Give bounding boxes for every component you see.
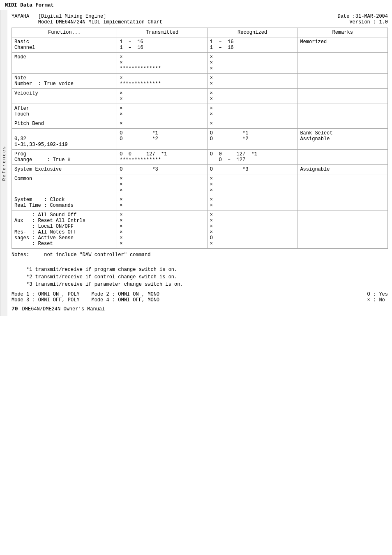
table-row: Basic Channel1 – 16 1 – 161 – 16 1 – 16M…: [12, 37, 388, 53]
cell-recognized: O *1 O *2: [207, 129, 297, 150]
table-row: Prog Change : True #O 0 – 127 *1 *******…: [12, 150, 388, 165]
side-references-label: References: [0, 10, 7, 316]
cell-function: System : Clock Real Time : Commands: [12, 195, 117, 210]
table-row: After Touch× ×× ×: [12, 104, 388, 119]
cell-function: Pitch Bend: [12, 119, 117, 129]
page-header: MIDI Data Format: [0, 0, 392, 10]
cell-transmitted: × × **************: [117, 53, 208, 74]
cell-transmitted: × ×: [117, 104, 208, 119]
cell-transmitted: × × ×: [117, 174, 208, 195]
cell-remarks: [297, 119, 388, 129]
cell-transmitted: 1 – 16 1 – 16: [117, 37, 208, 53]
cell-remarks: [297, 195, 388, 210]
cell-remarks: [297, 74, 388, 89]
cell-recognized: ×: [207, 119, 297, 129]
page-bottom: 70 DME64N/DME24N Owner's Manual: [12, 304, 388, 313]
notes-section: Notes: not include "DAW controller" comm…: [12, 249, 388, 290]
cell-function: Prog Change : True #: [12, 150, 117, 165]
cell-transmitted: × **************: [117, 74, 208, 89]
cell-function: Common: [12, 174, 117, 195]
cell-recognized: × ×: [207, 74, 297, 89]
cell-remarks: Bank Select Assignable: [297, 129, 388, 150]
cell-transmitted: × ×: [117, 195, 208, 210]
cell-recognized: O *3: [207, 165, 297, 174]
table-row: Mode× × **************× × ×: [12, 53, 388, 74]
cell-transmitted: × × × × × ×: [117, 210, 208, 249]
cell-function: Note Number : True voice: [12, 74, 117, 89]
cell-transmitted: × ×: [117, 89, 208, 104]
midi-table: Function... Transmitted Recognized Remar…: [12, 28, 388, 249]
col-header-recognized: Recognized: [207, 28, 297, 37]
doc-title-right: Date :31-MAR-2004 Version : 1.0: [338, 14, 388, 25]
cell-remarks: [297, 104, 388, 119]
cell-transmitted: ×: [117, 119, 208, 129]
cell-remarks: [297, 53, 388, 74]
cell-function: Mode: [12, 53, 117, 74]
cell-remarks: [297, 210, 388, 249]
footer-modes-right: O : Yes × : No: [367, 291, 388, 303]
table-row: Velocity× ×× ×: [12, 89, 388, 104]
page-title-bottom: DME64N/DME24N Owner's Manual: [22, 306, 105, 312]
cell-remarks: [297, 174, 388, 195]
cell-recognized: O 0 – 127 *1 O – 127: [207, 150, 297, 165]
table-row: Pitch Bend××: [12, 119, 388, 129]
doc-title-left: YAMAHA [Digital Mixing Engine] Model DME…: [12, 14, 162, 25]
cell-remarks: Memorized: [297, 37, 388, 53]
page-number: 70: [12, 306, 18, 312]
cell-recognized: × ×: [207, 195, 297, 210]
doc-header: YAMAHA [Digital Mixing Engine] Model DME…: [12, 10, 388, 28]
cell-transmitted: O *1 O *2: [117, 129, 208, 150]
cell-recognized: × × ×: [207, 174, 297, 195]
cell-function: Basic Channel: [12, 37, 117, 53]
cell-recognized: × × ×: [207, 53, 297, 74]
table-row: System : Clock Real Time : Commands× ×× …: [12, 195, 388, 210]
cell-function: System Exclusive: [12, 165, 117, 174]
cell-recognized: × × × × O ×: [207, 210, 297, 249]
cell-function: Velocity: [12, 89, 117, 104]
col-header-remarks: Remarks: [297, 28, 388, 37]
cell-recognized: × ×: [207, 104, 297, 119]
cell-transmitted: O *3: [117, 165, 208, 174]
footer-modes: Mode 1 : OMNI ON , POLY Mode 2 : OMNI ON…: [12, 290, 388, 304]
cell-function: After Touch: [12, 104, 117, 119]
table-row: Note Number : True voice× **************…: [12, 74, 388, 89]
cell-function: : All Sound Off Aux : Reset All Cntrls :…: [12, 210, 117, 249]
cell-remarks: [297, 150, 388, 165]
footer-modes-left: Mode 1 : OMNI ON , POLY Mode 2 : OMNI ON…: [12, 291, 159, 303]
cell-remarks: Assignable: [297, 165, 388, 174]
table-row: Common× × ×× × ×: [12, 174, 388, 195]
col-header-transmitted: Transmitted: [117, 28, 208, 37]
cell-transmitted: O 0 – 127 *1 **************: [117, 150, 208, 165]
table-row: 0,32 1-31,33-95,102-119O *1 O *2O *1 O *…: [12, 129, 388, 150]
cell-recognized: × ×: [207, 89, 297, 104]
cell-function: 0,32 1-31,33-95,102-119: [12, 129, 117, 150]
cell-recognized: 1 – 16 1 – 16: [207, 37, 297, 53]
cell-remarks: [297, 89, 388, 104]
table-row: : All Sound Off Aux : Reset All Cntrls :…: [12, 210, 388, 249]
table-row: System ExclusiveO *3O *3Assignable: [12, 165, 388, 174]
col-header-function: Function...: [12, 28, 117, 37]
